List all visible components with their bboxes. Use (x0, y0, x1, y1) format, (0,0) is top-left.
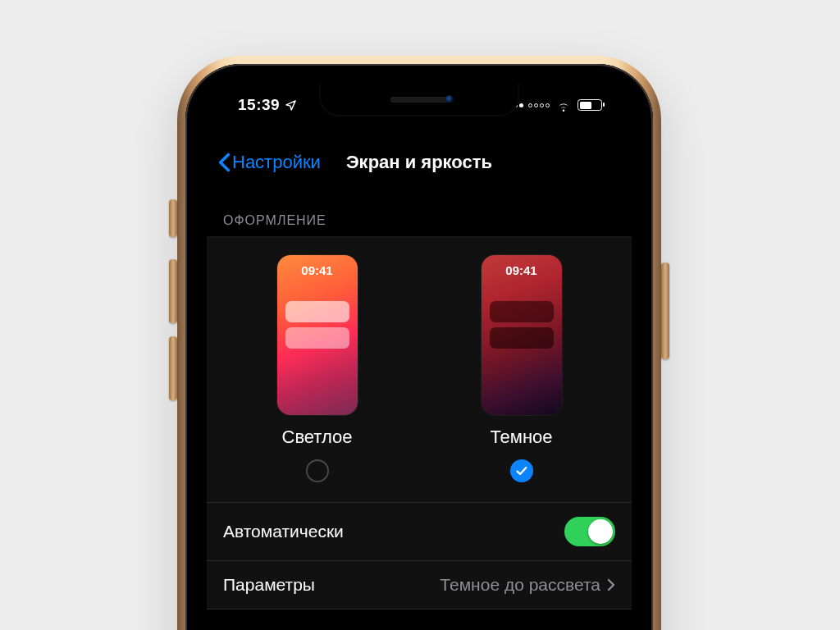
preview-time: 09:41 (482, 263, 562, 277)
front-camera (445, 95, 454, 103)
speaker-grille (390, 97, 448, 103)
automatic-toggle[interactable] (564, 517, 615, 546)
wifi-icon (555, 99, 572, 112)
volume-up-button (169, 259, 177, 323)
screen: 15:39 (207, 84, 632, 630)
volume-down-button (169, 336, 177, 400)
chevron-right-icon (607, 578, 615, 591)
dark-mode-label: Темное (490, 427, 552, 448)
nav-bar: Настройки Экран и яркость (207, 141, 632, 184)
phone-frame: 15:39 (177, 56, 661, 630)
mute-switch (169, 199, 177, 237)
dark-mode-preview: 09:41 (482, 255, 562, 415)
appearance-section-header: ОФОРМЛЕНИЕ (207, 199, 632, 236)
page-title: Экран и яркость (346, 152, 492, 173)
location-icon (285, 99, 297, 112)
automatic-row: Автоматически (207, 503, 632, 561)
back-label: Настройки (232, 152, 321, 173)
options-label: Параметры (223, 575, 315, 595)
back-button[interactable]: Настройки (218, 141, 321, 184)
dark-mode-radio[interactable] (510, 459, 533, 482)
light-mode-preview: 09:41 (277, 255, 358, 415)
options-row[interactable]: Параметры Темное до рассвета (207, 561, 632, 609)
battery-icon (578, 99, 602, 111)
status-time: 15:39 (238, 96, 280, 114)
automatic-label: Автоматически (223, 522, 344, 541)
options-value: Темное до рассвета (440, 575, 600, 595)
appearance-option-light[interactable]: 09:41 Светлое (219, 255, 415, 482)
appearance-option-dark[interactable]: 09:41 Темное (423, 255, 619, 482)
preview-time: 09:41 (277, 263, 358, 277)
light-mode-radio[interactable] (306, 459, 329, 482)
light-mode-label: Светлое (282, 427, 353, 448)
notch (321, 84, 518, 115)
power-button (661, 262, 669, 359)
appearance-panel: 09:41 Светлое 09:41 (207, 236, 632, 503)
phone-bezel: 15:39 (185, 64, 653, 630)
